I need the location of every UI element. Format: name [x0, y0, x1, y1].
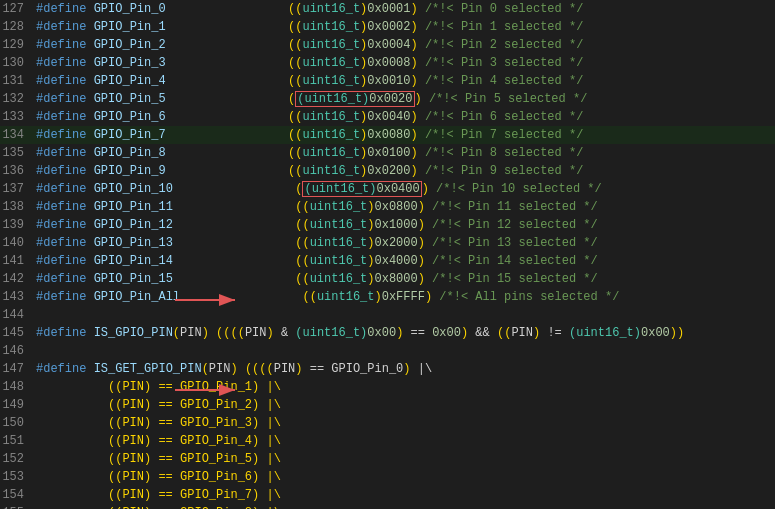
code-line: 153 ((PIN) == GPIO_Pin_6) |\	[0, 468, 775, 486]
line-number: 148	[0, 380, 32, 394]
line-number: 152	[0, 452, 32, 466]
line-content: ((PIN) == GPIO_Pin_4) |\	[32, 434, 775, 448]
line-content: #define GPIO_Pin_14 ((uint16_t)0x4000) /…	[32, 254, 775, 268]
code-line: 138#define GPIO_Pin_11 ((uint16_t)0x0800…	[0, 198, 775, 216]
line-content: #define GPIO_Pin_11 ((uint16_t)0x0800) /…	[32, 200, 775, 214]
line-number: 130	[0, 56, 32, 70]
line-number: 131	[0, 74, 32, 88]
line-content: #define GPIO_Pin_5 ((uint16_t)0x0020) /*…	[32, 92, 775, 106]
code-line: 147#define IS_GET_GPIO_PIN(PIN) ((((PIN)…	[0, 360, 775, 378]
code-editor: 127#define GPIO_Pin_0 ((uint16_t)0x0001)…	[0, 0, 775, 509]
line-number: 134	[0, 128, 32, 142]
line-number: 143	[0, 290, 32, 304]
code-line: 152 ((PIN) == GPIO_Pin_5) |\	[0, 450, 775, 468]
code-line: 150 ((PIN) == GPIO_Pin_3) |\	[0, 414, 775, 432]
code-line: 133#define GPIO_Pin_6 ((uint16_t)0x0040)…	[0, 108, 775, 126]
line-number: 151	[0, 434, 32, 448]
line-content: #define GPIO_Pin_9 ((uint16_t)0x0200) /*…	[32, 164, 775, 178]
line-content: #define GPIO_Pin_4 ((uint16_t)0x0010) /*…	[32, 74, 775, 88]
line-content: ((PIN) == GPIO_Pin_1) |\	[32, 380, 775, 394]
line-content: #define IS_GPIO_PIN(PIN) ((((PIN) & (uin…	[32, 326, 775, 340]
code-line: 135#define GPIO_Pin_8 ((uint16_t)0x0100)…	[0, 144, 775, 162]
line-number: 150	[0, 416, 32, 430]
code-line: 148 ((PIN) == GPIO_Pin_1) |\	[0, 378, 775, 396]
line-number: 132	[0, 92, 32, 106]
code-line: 134#define GPIO_Pin_7 ((uint16_t)0x0080)…	[0, 126, 775, 144]
code-line: 145#define IS_GPIO_PIN(PIN) ((((PIN) & (…	[0, 324, 775, 342]
code-line: 143#define GPIO_Pin_All ((uint16_t)0xFFF…	[0, 288, 775, 306]
line-content: #define GPIO_Pin_0 ((uint16_t)0x0001) /*…	[32, 2, 775, 16]
line-content: #define GPIO_Pin_10 ((uint16_t)0x0400) /…	[32, 182, 775, 196]
line-content: #define GPIO_Pin_2 ((uint16_t)0x0004) /*…	[32, 38, 775, 52]
line-content: ((PIN) == GPIO_Pin_5) |\	[32, 452, 775, 466]
line-content: ((PIN) == GPIO_Pin_3) |\	[32, 416, 775, 430]
line-content: #define GPIO_Pin_6 ((uint16_t)0x0040) /*…	[32, 110, 775, 124]
line-content: #define GPIO_Pin_15 ((uint16_t)0x8000) /…	[32, 272, 775, 286]
line-content: #define GPIO_Pin_7 ((uint16_t)0x0080) /*…	[32, 128, 775, 142]
code-line: 151 ((PIN) == GPIO_Pin_4) |\	[0, 432, 775, 450]
line-number: 146	[0, 344, 32, 358]
line-number: 128	[0, 20, 32, 34]
line-content: ((PIN) == GPIO_Pin_2) |\	[32, 398, 775, 412]
code-line: 139#define GPIO_Pin_12 ((uint16_t)0x1000…	[0, 216, 775, 234]
code-line: 146	[0, 342, 775, 360]
line-content: #define IS_GET_GPIO_PIN(PIN) ((((PIN) ==…	[32, 362, 775, 376]
code-line: 130#define GPIO_Pin_3 ((uint16_t)0x0008)…	[0, 54, 775, 72]
line-number: 138	[0, 200, 32, 214]
line-number: 154	[0, 488, 32, 502]
code-line: 144	[0, 306, 775, 324]
code-line: 154 ((PIN) == GPIO_Pin_7) |\	[0, 486, 775, 504]
line-content: #define GPIO_Pin_All ((uint16_t)0xFFFF) …	[32, 290, 775, 304]
line-number: 144	[0, 308, 32, 322]
code-line: 155 ((PIN) == GPIO_Pin_8) |\	[0, 504, 775, 509]
line-number: 137	[0, 182, 32, 196]
code-line: 137#define GPIO_Pin_10 ((uint16_t)0x0400…	[0, 180, 775, 198]
code-line: 142#define GPIO_Pin_15 ((uint16_t)0x8000…	[0, 270, 775, 288]
line-number: 129	[0, 38, 32, 52]
code-line: 136#define GPIO_Pin_9 ((uint16_t)0x0200)…	[0, 162, 775, 180]
code-line: 132#define GPIO_Pin_5 ((uint16_t)0x0020)…	[0, 90, 775, 108]
line-number: 147	[0, 362, 32, 376]
line-content: #define GPIO_Pin_12 ((uint16_t)0x1000) /…	[32, 218, 775, 232]
line-content: ((PIN) == GPIO_Pin_7) |\	[32, 488, 775, 502]
line-content: ((PIN) == GPIO_Pin_6) |\	[32, 470, 775, 484]
line-number: 127	[0, 2, 32, 16]
line-number: 149	[0, 398, 32, 412]
line-content: #define GPIO_Pin_3 ((uint16_t)0x0008) /*…	[32, 56, 775, 70]
line-number: 141	[0, 254, 32, 268]
line-number: 135	[0, 146, 32, 160]
code-line: 140#define GPIO_Pin_13 ((uint16_t)0x2000…	[0, 234, 775, 252]
line-content: #define GPIO_Pin_13 ((uint16_t)0x2000) /…	[32, 236, 775, 250]
line-number: 153	[0, 470, 32, 484]
code-line: 149 ((PIN) == GPIO_Pin_2) |\	[0, 396, 775, 414]
line-number: 139	[0, 218, 32, 232]
line-number: 136	[0, 164, 32, 178]
code-line: 131#define GPIO_Pin_4 ((uint16_t)0x0010)…	[0, 72, 775, 90]
code-line: 127#define GPIO_Pin_0 ((uint16_t)0x0001)…	[0, 0, 775, 18]
line-number: 133	[0, 110, 32, 124]
code-line: 141#define GPIO_Pin_14 ((uint16_t)0x4000…	[0, 252, 775, 270]
code-line: 128#define GPIO_Pin_1 ((uint16_t)0x0002)…	[0, 18, 775, 36]
line-number: 142	[0, 272, 32, 286]
code-line: 129#define GPIO_Pin_2 ((uint16_t)0x0004)…	[0, 36, 775, 54]
line-content: #define GPIO_Pin_1 ((uint16_t)0x0002) /*…	[32, 20, 775, 34]
line-number: 140	[0, 236, 32, 250]
line-number: 145	[0, 326, 32, 340]
line-content: #define GPIO_Pin_8 ((uint16_t)0x0100) /*…	[32, 146, 775, 160]
